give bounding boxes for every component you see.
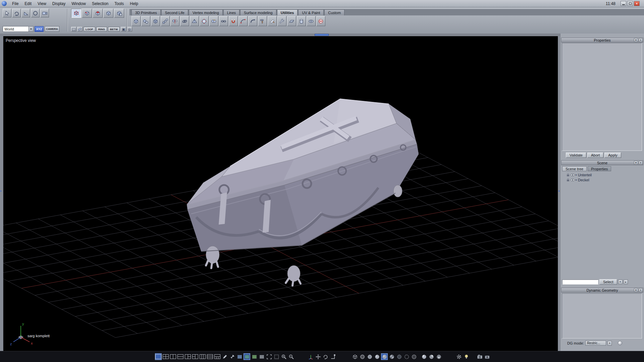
panel-collapse-button[interactable]: ▼ [634, 38, 638, 42]
layout-single-icon[interactable] [155, 353, 162, 360]
chevron-down-icon[interactable]: ▼ [29, 26, 33, 32]
scene-tree-item-unterteil[interactable]: ▸ Unterteil [562, 172, 642, 177]
abort-button[interactable]: Abort [587, 153, 603, 158]
wrench-icon[interactable] [277, 16, 286, 26]
shrink-sel-icon[interactable]: ◎ [127, 27, 132, 32]
axis-move-icon[interactable] [315, 353, 321, 360]
layout-1-3-icon[interactable] [214, 353, 221, 360]
tab-uv-paint[interactable]: UV & Paint [298, 9, 324, 15]
layout-3h-icon[interactable] [199, 353, 206, 360]
shade-tex-icon[interactable] [388, 353, 395, 360]
settings-gear-icon[interactable] [455, 353, 462, 360]
menu-display[interactable]: Display [49, 0, 68, 7]
cube-multi-icon[interactable] [114, 9, 124, 18]
ring-button[interactable]: RING [96, 27, 107, 32]
tab-scene-properties[interactable]: Properties [588, 166, 611, 171]
cursor-icon[interactable] [3, 9, 11, 17]
filter-up-button[interactable]: ▲ [624, 280, 628, 284]
marquee-icon[interactable] [71, 27, 76, 32]
expand-arrow-icon[interactable]: ▸ [0, 190, 2, 192]
tab-custom[interactable]: Custom [324, 9, 344, 15]
menu-help[interactable]: Help [127, 0, 141, 7]
close-button[interactable]: × [634, 1, 640, 6]
between-button[interactable]: BETW [108, 27, 120, 32]
links-icon[interactable] [180, 16, 189, 26]
light-bulb-icon[interactable] [463, 353, 470, 360]
bend-tool-icon[interactable] [248, 16, 257, 26]
grid-green-icon[interactable] [251, 353, 258, 360]
paint-select-icon[interactable] [77, 27, 83, 32]
panel-collapse-button[interactable]: ▼ [634, 288, 638, 292]
layout-2v-icon[interactable] [177, 353, 184, 360]
layout-3v-icon[interactable] [207, 353, 213, 360]
menu-selection[interactable]: Selection [89, 0, 111, 7]
shade-wire-icon[interactable] [359, 353, 366, 360]
rotate-arc-icon[interactable] [12, 9, 21, 17]
grid-plain-icon[interactable] [258, 353, 265, 360]
cubes-array-icon[interactable] [161, 16, 170, 26]
shade-dark-icon[interactable] [396, 353, 402, 360]
chain-icon[interactable] [219, 16, 228, 26]
select-button[interactable]: Select [599, 279, 617, 285]
weld-icon[interactable] [209, 16, 218, 26]
scale-tri-icon[interactable] [21, 9, 30, 17]
loop-button[interactable]: LOOP [84, 27, 95, 32]
menu-tools[interactable]: Tools [111, 0, 127, 7]
cube-face-icon[interactable] [93, 9, 103, 18]
knife-icon[interactable] [268, 16, 277, 26]
layout-2-1-icon[interactable] [192, 353, 199, 360]
camera-toggle-button[interactable]: CAMERA [45, 26, 59, 32]
panel-close-icon[interactable]: ✕ [639, 161, 643, 165]
plane-sheet-icon[interactable] [287, 16, 296, 26]
brush-icon[interactable] [229, 353, 235, 360]
arc-tool-icon[interactable] [238, 16, 248, 26]
tab-3d-primitives[interactable]: 3D Primitives [131, 9, 161, 15]
grid-teal-icon[interactable] [244, 353, 250, 360]
tab-vertex-modeling[interactable]: Vertex modeling [189, 9, 223, 15]
tab-second-life[interactable]: Second Life [161, 9, 188, 15]
expand-arrow-icon[interactable]: ▸ [576, 173, 577, 176]
shade-smooth-icon[interactable] [374, 353, 380, 360]
dg-sphere-indicator[interactable] [618, 341, 622, 345]
menu-file[interactable]: File [9, 0, 21, 7]
layout-quad-icon[interactable] [162, 353, 169, 360]
scene-panel-header[interactable]: Scene ▼ ✕ [561, 160, 643, 165]
cube-mirror-icon[interactable] [170, 16, 179, 26]
shade-box-icon[interactable] [352, 353, 358, 360]
coffin-model[interactable] [187, 99, 419, 286]
3d-viewport[interactable]: y x z Perspective view sarg komplett [3, 36, 558, 351]
menu-window[interactable]: Window [68, 0, 89, 7]
cube-edge-icon[interactable] [82, 9, 92, 18]
cubes-two-icon[interactable] [141, 16, 150, 26]
layout-1-2-icon[interactable] [184, 353, 191, 360]
scene-tree-item-deckel[interactable]: ▸ Deckel [562, 177, 642, 182]
dg-mode-dropdown[interactable]: Restric... [585, 341, 606, 346]
vertical-splitter[interactable]: ◂ [558, 36, 560, 351]
eye-icon[interactable] [571, 179, 575, 181]
camera-view-icon[interactable] [40, 9, 49, 17]
cube-grid-icon[interactable] [151, 16, 160, 26]
pen-icon[interactable] [221, 353, 228, 360]
zoom-fit-icon[interactable] [266, 353, 272, 360]
expand-arrow-icon[interactable]: ▸ [576, 178, 577, 181]
menu-edit[interactable]: Edit [21, 0, 35, 7]
minimize-button[interactable] [621, 1, 626, 6]
scene-search-input[interactable] [562, 280, 598, 285]
validate-button[interactable]: Validate [566, 153, 586, 158]
tab-utilities[interactable]: Utilities [277, 9, 298, 15]
apply-button[interactable]: Apply [604, 153, 621, 158]
axis-rgb-icon[interactable] [307, 353, 314, 360]
properties-panel-header[interactable]: Properties ▼ ✕ [561, 38, 643, 43]
sphere-light3-icon[interactable] [435, 353, 442, 360]
circle-select-icon[interactable] [31, 9, 40, 17]
panel-close-icon[interactable]: ✕ [639, 288, 643, 292]
xyz-toggle-button[interactable]: XYZ [35, 26, 44, 32]
sphere-red-icon[interactable] [316, 16, 325, 26]
shade-ghost-icon[interactable] [403, 353, 410, 360]
panel-collapse-button[interactable]: ▼ [634, 161, 638, 165]
menu-view[interactable]: View [35, 0, 49, 7]
cube-vertex-icon[interactable] [71, 9, 81, 18]
sphere-dots-icon[interactable] [200, 16, 209, 26]
shade-flat-icon[interactable] [366, 353, 373, 360]
shade-xray-icon[interactable] [411, 353, 417, 360]
